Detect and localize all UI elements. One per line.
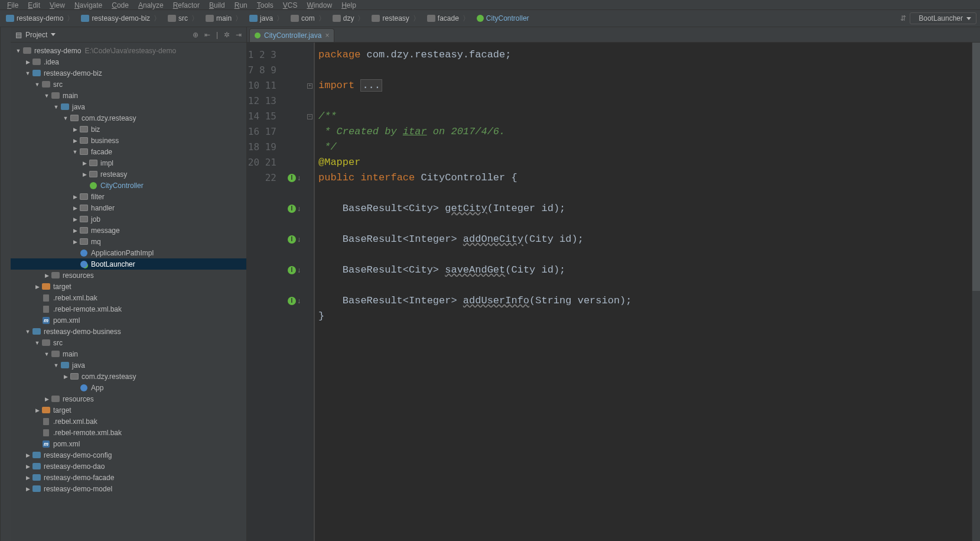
breadcrumb-citycontroller[interactable]: CityController [474, 13, 532, 24]
tree-arrow-icon[interactable]: ▶ [72, 127, 78, 132]
tree-arrow-icon[interactable]: ▼ [53, 104, 59, 110]
tree-arrow-icon[interactable]: ▶ [25, 475, 31, 481]
collapse-icon[interactable]: ⇤ [204, 31, 210, 39]
implement-gutter-icon[interactable]: I [288, 205, 296, 213]
tree-item-resources[interactable]: ▶resources [11, 393, 246, 404]
tree-arrow-icon[interactable]: ▼ [44, 93, 50, 99]
tree-item-com-dzy-resteasy[interactable]: ▶com.dzy.resteasy [11, 371, 246, 382]
tree-item--rebel-xml-bak[interactable]: .rebel.xml.bak [11, 416, 246, 427]
tree-item-message[interactable]: ▶message [11, 225, 246, 236]
menu-bar[interactable]: FileEditViewNavigateCodeAnalyzeRefactorB… [0, 0, 980, 9]
close-icon[interactable]: × [325, 31, 329, 40]
tree-item-applicationpathimpl[interactable]: ApplicationPathImpl [11, 247, 246, 258]
tree-item--rebel-remote-xml-bak[interactable]: .rebel-remote.xml.bak [11, 427, 246, 438]
breadcrumb-main[interactable]: main〉 [203, 12, 245, 25]
tree-arrow-icon[interactable]: ▼ [34, 340, 40, 346]
gear-icon[interactable]: ✲ [224, 31, 230, 39]
tree-item-main[interactable]: ▼main [11, 348, 246, 359]
breadcrumb-com[interactable]: com〉 [288, 12, 328, 25]
hide-icon[interactable]: ⇥ [236, 31, 242, 39]
tree-arrow-icon[interactable]: ▼ [53, 362, 59, 368]
tree-item-mq[interactable]: ▶mq [11, 236, 246, 247]
sidebar-title[interactable]: Project [25, 31, 47, 39]
tree-item-src[interactable]: ▼src [11, 337, 246, 348]
tree-item-resteasy-demo-model[interactable]: ▶resteasy-demo-model [11, 483, 246, 494]
tree-item-business[interactable]: ▶business [11, 135, 246, 146]
tree-item-filter[interactable]: ▶filter [11, 191, 246, 202]
locate-icon[interactable]: ⊕ [193, 31, 198, 39]
breadcrumb-resteasy-demo[interactable]: resteasy-demo〉 [4, 12, 76, 25]
tree-item-resteasy-demo-dao[interactable]: ▶resteasy-demo-dao [11, 461, 246, 472]
tree-arrow-icon[interactable]: ▶ [72, 205, 78, 211]
chevron-down-icon[interactable] [51, 33, 56, 36]
tree-arrow-icon[interactable]: ▼ [25, 70, 31, 76]
menu-analyze[interactable]: Analyze [135, 1, 167, 9]
breadcrumbs[interactable]: resteasy-demo〉resteasy-demo-biz〉src〉main… [4, 12, 900, 25]
tree-arrow-icon[interactable]: ▶ [82, 160, 87, 166]
tree-arrow-icon[interactable]: ▼ [15, 48, 21, 54]
tree-arrow-icon[interactable]: ▶ [44, 396, 50, 402]
breadcrumb-src[interactable]: src〉 [165, 12, 201, 25]
fold-gutter[interactable]: +− [306, 43, 314, 541]
tree-arrow-icon[interactable]: ▶ [63, 374, 69, 380]
menu-help[interactable]: Help [338, 1, 360, 9]
menu-window[interactable]: Window [303, 1, 336, 9]
breadcrumb-java[interactable]: java〉 [247, 12, 286, 25]
tree-arrow-icon[interactable]: ▶ [72, 216, 78, 222]
tree-arrow-icon[interactable]: ▼ [72, 149, 78, 155]
breadcrumb-facade[interactable]: facade〉 [425, 12, 472, 25]
tree-arrow-icon[interactable]: ▶ [25, 59, 31, 65]
tree-item-impl[interactable]: ▶impl [11, 157, 246, 169]
implement-gutter-icon[interactable]: I [288, 174, 296, 182]
tree-arrow-icon[interactable]: ▶ [72, 138, 78, 144]
tree-item-com-dzy-resteasy[interactable]: ▼com.dzy.resteasy [11, 112, 246, 124]
tree-item-resources[interactable]: ▶resources [11, 270, 246, 281]
tree-arrow-icon[interactable]: ▶ [72, 194, 78, 200]
menu-navigate[interactable]: Navigate [71, 1, 106, 9]
tree-item-java[interactable]: ▼java [11, 101, 246, 112]
tree-arrow-icon[interactable]: ▼ [63, 115, 69, 121]
tree-arrow-icon[interactable]: ▼ [44, 351, 50, 357]
menu-file[interactable]: File [4, 1, 22, 9]
tree-arrow-icon[interactable]: ▶ [82, 171, 87, 177]
tree-arrow-icon[interactable]: ▶ [72, 228, 78, 234]
tree-arrow-icon[interactable]: ▶ [44, 273, 50, 278]
gutter-icons[interactable]: I↓I↓I↓I↓I↓ [282, 43, 306, 541]
tree-arrow-icon[interactable]: ▼ [34, 82, 40, 88]
menu-view[interactable]: View [46, 1, 69, 9]
tree-item-target[interactable]: ▶target [11, 404, 246, 416]
tree-item-resteasy-demo-facade[interactable]: ▶resteasy-demo-facade [11, 472, 246, 483]
tree-item--idea[interactable]: ▶.idea [11, 56, 246, 67]
implement-gutter-icon[interactable]: I [288, 297, 296, 305]
menu-refactor[interactable]: Refactor [170, 1, 203, 9]
breadcrumb-resteasy-demo-biz[interactable]: resteasy-demo-biz〉 [79, 12, 163, 25]
implement-gutter-icon[interactable]: I [288, 266, 296, 274]
tree-item--rebel-xml-bak[interactable]: .rebel.xml.bak [11, 292, 246, 303]
tab-city-controller[interactable]: CityController.java × [249, 28, 334, 42]
tree-item-resteasy-demo[interactable]: ▼resteasy-demoE:\Code\Java\resteasy-demo [11, 45, 246, 56]
tree-item-resteasy-demo-biz[interactable]: ▼resteasy-demo-biz [11, 67, 246, 79]
tree-item-resteasy[interactable]: ▶resteasy [11, 169, 246, 180]
tab-bar[interactable]: CityController.java × [247, 27, 980, 43]
sync-icon[interactable]: ⇵ [900, 14, 906, 22]
menu-build[interactable]: Build [206, 1, 229, 9]
editor-scrollbar[interactable] [972, 43, 980, 541]
menu-code[interactable]: Code [108, 1, 132, 9]
run-config-selector[interactable]: BootLauncher [910, 12, 976, 24]
fold-icon[interactable]: − [307, 114, 312, 119]
tree-item-handler[interactable]: ▶handler [11, 202, 246, 213]
tree-item-bootlauncher[interactable]: BootLauncher [11, 258, 246, 270]
tree-item-facade[interactable]: ▼facade [11, 146, 246, 157]
tree-item-citycontroller[interactable]: CityController [11, 180, 246, 191]
tree-item-java[interactable]: ▼java [11, 359, 246, 371]
tree-item-resteasy-demo-config[interactable]: ▶resteasy-demo-config [11, 449, 246, 461]
menu-run[interactable]: Run [231, 1, 251, 9]
menu-tools[interactable]: Tools [253, 1, 277, 9]
left-tool-strip[interactable] [0, 27, 11, 541]
fold-icon[interactable]: + [307, 83, 312, 89]
tree-item-app[interactable]: App [11, 382, 246, 393]
project-tree[interactable]: ▼resteasy-demoE:\Code\Java\resteasy-demo… [11, 43, 246, 541]
tree-item--rebel-remote-xml-bak[interactable]: .rebel-remote.xml.bak [11, 303, 246, 315]
tree-arrow-icon[interactable]: ▶ [25, 464, 31, 469]
tree-item-src[interactable]: ▼src [11, 79, 246, 90]
